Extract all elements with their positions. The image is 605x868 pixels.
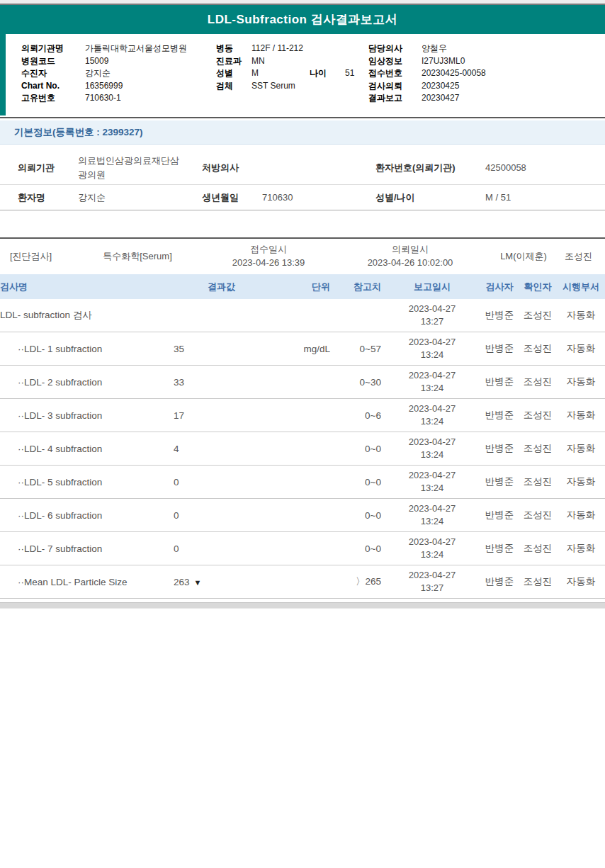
receipt-datetime: 접수일시 2023-04-26 13:39 — [201, 243, 336, 270]
header-info-column-3: 담당의사 양철우 임상정보 I27UJ3ML0 접수번호 20230425-00… — [368, 43, 486, 105]
patient-field-value: 42500058 — [485, 162, 605, 173]
result-test-name: ··LDL- 4 subfraction — [0, 444, 166, 454]
info-field-value-2: 51 — [345, 67, 354, 80]
result-value: 0 — [174, 477, 179, 487]
info-field-label: 고유번호 — [21, 92, 85, 105]
results-table-header: 검사명 결과값 단위 참고치 보고일시 검사자 확인자 시행부서 — [0, 274, 605, 299]
result-confirmer: 조성진 — [519, 509, 557, 522]
result-value: 17 — [174, 410, 184, 421]
patient-field-label: 환자명 — [18, 191, 78, 204]
patient-field-value: 710630 — [262, 192, 375, 203]
result-reference-range: 0~0 — [334, 543, 384, 554]
result-row: LDL- subfraction 검사 2023-04-27 13:27 반병준… — [0, 299, 605, 332]
info-field-label: 성별 — [216, 67, 251, 80]
result-reference-range: 0~30 — [334, 377, 384, 388]
column-header-result: 결과값 — [166, 281, 276, 293]
column-header-unit: 단위 — [276, 281, 334, 293]
result-reference-range: 0~0 — [334, 510, 384, 521]
patient-field-label: 처방의사 — [202, 162, 262, 174]
result-reference-range: 0~57 — [334, 344, 384, 354]
result-row: ··LDL- 7 subfraction 0 0~0 2023-04-27 13… — [0, 532, 605, 565]
low-flag-triangle-icon: ▼ — [194, 578, 202, 587]
patient-field-label: 의뢰기관 — [18, 162, 78, 174]
result-row: ··LDL- 6 subfraction 0 0~0 2023-04-27 13… — [0, 499, 605, 532]
result-row: ··LDL- 3 subfraction 17 0~6 2023-04-27 1… — [0, 399, 605, 432]
result-value-cell: 0 — [166, 543, 276, 554]
result-confirmer: 조성진 — [519, 376, 557, 388]
patient-info-row: 의뢰기관 의료법인삼광의료재단삼광의원 처방의사 환자번호(의뢰기관) 4250… — [0, 151, 605, 185]
info-field-label: 담당의사 — [368, 43, 422, 55]
result-reported-time: 13:24 — [384, 449, 480, 461]
result-performing-dept: 자동화 — [557, 309, 605, 322]
result-value-cell: 0 — [166, 510, 276, 521]
patient-field-value: 의료법인삼광의료재단삼광의원 — [78, 154, 202, 181]
result-reported-date: 2023-04-27 — [384, 369, 480, 382]
info-field-label: 의뢰기관명 — [21, 43, 85, 55]
result-value: 4 — [174, 444, 179, 454]
result-reported-date: 2023-04-27 — [384, 469, 480, 482]
result-test-name: ··LDL- 3 subfraction — [0, 410, 166, 421]
result-reported-date: 2023-04-27 — [384, 436, 480, 449]
request-value: 2023-04-26 10:02:00 — [336, 257, 485, 270]
basic-info-title: 기본정보(등록번호 : 2399327) — [14, 127, 143, 137]
result-row: ··Mean LDL- Particle Size 263▼ 〉265 2023… — [0, 565, 605, 599]
patient-field-value-text: 강지순 — [78, 191, 106, 205]
result-performing-dept: 자동화 — [557, 442, 605, 455]
info-field-value: 16356999 — [85, 80, 123, 93]
result-reported-datetime: 2023-04-27 13:24 — [384, 402, 480, 428]
results-table-body: LDL- subfraction 검사 2023-04-27 13:27 반병준… — [0, 299, 605, 599]
info-field-value: 가톨릭대학교서울성모병원 — [85, 43, 187, 55]
info-field-row: 검체 SST Serum — [216, 80, 354, 93]
result-value-cell: 17 — [166, 410, 276, 421]
info-field-label: 병원코드 — [21, 55, 85, 68]
result-confirmer: 조성진 — [519, 542, 557, 555]
result-reported-time: 13:24 — [384, 415, 480, 428]
approver-name: 조성진 — [562, 250, 605, 263]
result-reference-range: 0~0 — [334, 477, 384, 487]
result-tester: 반병준 — [480, 575, 519, 588]
lab-name: LM(이제훈) — [485, 250, 562, 263]
order-header-info: 의뢰기관명 가톨릭대학교서울성모병원 병원코드 15009 수진자 강지순 Ch… — [0, 37, 605, 113]
result-confirmer: 조성진 — [519, 575, 557, 588]
result-tester: 반병준 — [480, 509, 519, 522]
patient-field-value: M / 51 — [485, 192, 605, 203]
result-reported-datetime: 2023-04-27 13:24 — [384, 436, 480, 461]
result-row: ··LDL- 5 subfraction 0 0~0 2023-04-27 13… — [0, 466, 605, 499]
column-header-reported: 보고일시 — [384, 281, 480, 293]
info-field-row: 담당의사 양철우 — [368, 43, 486, 55]
result-performing-dept: 자동화 — [557, 376, 605, 388]
result-tester: 반병준 — [480, 376, 519, 388]
result-test-name: ··LDL- 5 subfraction — [0, 477, 166, 487]
info-field-label: 검사의뢰 — [368, 80, 422, 93]
info-field-row: 고유번호 710630-1 — [21, 92, 187, 105]
result-performing-dept: 자동화 — [557, 542, 605, 555]
header-info-column-2: 병동 112F / 11-212 진료과 MN 성별 M 나이 51 검체 SS… — [216, 43, 354, 92]
result-reported-date: 2023-04-27 — [384, 502, 480, 515]
result-value: 33 — [174, 377, 184, 388]
info-field-value: SST Serum — [251, 80, 310, 93]
divider-line — [0, 117, 605, 118]
result-reference-range: 0~0 — [334, 444, 384, 454]
info-field-value: 강지순 — [85, 67, 111, 80]
info-field-value: 112F / 11-212 — [251, 43, 310, 55]
info-field-row: Chart No. 16356999 — [21, 80, 187, 93]
info-field-label: 접수번호 — [368, 67, 422, 80]
result-row: ··LDL- 2 subfraction 33 0~30 2023-04-27 … — [0, 366, 605, 399]
info-field-value: 양철우 — [422, 43, 447, 55]
info-field-row: 수진자 강지순 — [21, 67, 187, 80]
patient-field-label: 환자번호(의뢰기관) — [375, 162, 485, 174]
result-value-cell: 0 — [166, 477, 276, 487]
result-reported-date: 2023-04-27 — [384, 402, 480, 415]
info-field-value: 15009 — [85, 55, 108, 68]
result-reported-time: 13:27 — [384, 582, 480, 594]
patient-info-table: 의뢰기관 의료법인삼광의료재단삼광의원 처방의사 환자번호(의뢰기관) 4250… — [0, 151, 605, 210]
info-field-row: 병원코드 15009 — [21, 55, 187, 68]
result-confirmer: 조성진 — [519, 442, 557, 455]
receipt-label: 접수일시 — [201, 243, 336, 257]
info-field-row: 결과보고 20230427 — [368, 92, 486, 105]
result-confirmer: 조성진 — [519, 475, 557, 488]
result-tester: 반병준 — [480, 475, 519, 488]
result-test-name: LDL- subfraction 검사 — [0, 309, 166, 322]
result-value: 263 — [174, 577, 190, 587]
report-page: LDL-Subfraction 검사결과보고서 의뢰기관명 가톨릭대학교서울성모… — [0, 0, 605, 868]
